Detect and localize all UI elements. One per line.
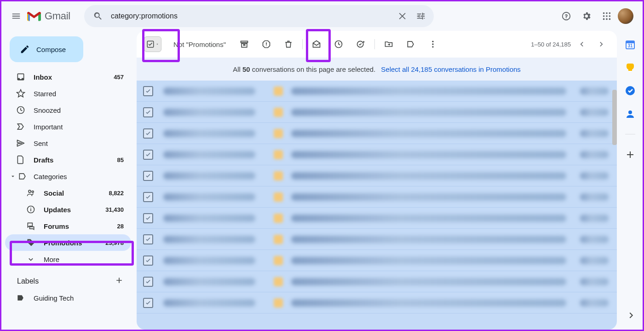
side-panel-divider xyxy=(625,134,635,134)
add-to-tasks-button[interactable] xyxy=(351,35,370,53)
row-checkbox[interactable] xyxy=(143,192,153,202)
nav-forums[interactable]: Forums 28 xyxy=(5,218,131,234)
email-row[interactable] xyxy=(137,186,617,208)
move-to-button[interactable] xyxy=(380,35,398,53)
nav-drafts[interactable]: Drafts 85 xyxy=(5,151,131,168)
sender-redacted xyxy=(163,236,255,243)
row-checkbox[interactable] xyxy=(143,107,153,117)
chevron-down-icon xyxy=(26,255,35,264)
nav-snoozed[interactable]: Snoozed xyxy=(5,102,131,118)
star-redacted xyxy=(274,277,283,286)
star-redacted xyxy=(274,129,283,138)
people-icon xyxy=(26,188,35,197)
labels-button[interactable] xyxy=(402,35,420,53)
mark-read-button[interactable] xyxy=(307,35,326,53)
page-next-button[interactable] xyxy=(593,36,610,52)
email-row[interactable] xyxy=(137,123,617,144)
nav-sent[interactable]: Sent xyxy=(5,135,131,151)
clock-icon xyxy=(334,40,343,49)
date-redacted xyxy=(580,193,609,201)
row-checkbox[interactable] xyxy=(143,298,153,308)
report-spam-button[interactable] xyxy=(257,35,276,53)
email-row[interactable] xyxy=(137,144,617,165)
row-checkbox[interactable] xyxy=(143,150,153,160)
tasks-icon xyxy=(625,85,636,96)
nav-inbox[interactable]: Inbox 457 xyxy=(5,69,131,85)
star-redacted xyxy=(274,87,283,96)
row-checkbox[interactable] xyxy=(143,256,153,266)
calendar-app-button[interactable]: 31 xyxy=(625,39,636,50)
keep-app-button[interactable] xyxy=(625,62,636,73)
search-clear-button[interactable] xyxy=(393,7,412,25)
email-row[interactable] xyxy=(137,229,617,250)
more-actions-button[interactable] xyxy=(424,35,442,53)
account-avatar[interactable] xyxy=(618,8,633,24)
email-row[interactable] xyxy=(137,81,617,102)
row-checkbox[interactable] xyxy=(143,86,153,96)
row-checkbox[interactable] xyxy=(143,171,153,181)
search-options-button[interactable] xyxy=(412,7,430,25)
page-prev-button[interactable] xyxy=(574,36,590,52)
scrollbar-thumb[interactable] xyxy=(612,90,617,145)
email-row[interactable] xyxy=(137,165,617,186)
date-redacted xyxy=(580,87,609,95)
nav-promotions[interactable]: Promotions 23,978 xyxy=(5,234,131,251)
compose-button[interactable]: Compose xyxy=(10,36,83,62)
tasks-app-button[interactable] xyxy=(625,85,636,96)
forums-icon xyxy=(26,221,35,231)
move-to-icon xyxy=(384,40,393,49)
nav-important[interactable]: Important xyxy=(5,118,131,135)
google-apps-button[interactable] xyxy=(598,7,616,25)
email-row[interactable] xyxy=(137,250,617,271)
label-outline-icon xyxy=(18,172,27,181)
email-row[interactable] xyxy=(137,208,617,229)
contacts-app-button[interactable] xyxy=(625,108,636,119)
search-bar[interactable] xyxy=(84,5,434,27)
select-all-conversations-link[interactable]: Select all 24,185 conversations in Promo… xyxy=(381,65,521,73)
support-button[interactable] xyxy=(557,7,575,25)
nav-more[interactable]: More xyxy=(5,251,131,267)
nav-updates[interactable]: Updates 31,430 xyxy=(5,201,131,218)
header-right-actions xyxy=(557,7,637,25)
row-checkbox[interactable] xyxy=(143,277,153,287)
archive-button[interactable] xyxy=(235,35,253,53)
date-redacted xyxy=(580,257,609,264)
add-label-button[interactable] xyxy=(115,276,124,287)
search-button[interactable] xyxy=(88,7,108,25)
gmail-logo[interactable]: Gmail xyxy=(27,10,70,22)
subject-redacted xyxy=(291,151,566,158)
not-promotions-button[interactable]: Not "Promotions" xyxy=(161,41,233,48)
nav-promotions-count: 23,978 xyxy=(105,239,124,246)
side-panel-collapse-button[interactable] xyxy=(626,310,636,322)
svg-point-17 xyxy=(432,41,433,42)
snooze-button[interactable] xyxy=(329,35,348,53)
gear-icon xyxy=(581,11,592,21)
email-row[interactable] xyxy=(137,292,617,314)
delete-button[interactable] xyxy=(279,35,298,53)
nav-categories[interactable]: Categories xyxy=(5,168,131,185)
sender-redacted xyxy=(163,215,255,222)
get-addons-button[interactable] xyxy=(625,149,636,160)
svg-point-1 xyxy=(606,12,608,14)
search-input[interactable] xyxy=(108,12,393,20)
select-all-checkbox[interactable] xyxy=(144,36,161,52)
subject-redacted xyxy=(291,109,566,116)
send-icon xyxy=(16,139,25,148)
email-row[interactable] xyxy=(137,102,617,123)
row-checkbox[interactable] xyxy=(143,213,153,223)
settings-button[interactable] xyxy=(577,7,596,25)
email-row[interactable] xyxy=(137,271,617,292)
nav-categories-label: Categories xyxy=(34,173,124,180)
row-checkbox[interactable] xyxy=(143,128,153,139)
row-checkbox[interactable] xyxy=(143,234,153,244)
sender-redacted xyxy=(163,151,255,158)
selection-banner: All 50 conversations on this page are se… xyxy=(137,58,617,81)
info-icon xyxy=(26,205,35,214)
nav-starred[interactable]: Starred xyxy=(5,85,131,102)
nav-social[interactable]: Social 8,822 xyxy=(5,185,131,201)
inbox-icon xyxy=(16,72,25,81)
nav-promotions-label: Promotions xyxy=(44,239,105,247)
label-guidingtech[interactable]: Guiding Tech xyxy=(5,290,131,306)
main-menu-button[interactable] xyxy=(7,7,25,25)
sender-redacted xyxy=(163,130,255,137)
